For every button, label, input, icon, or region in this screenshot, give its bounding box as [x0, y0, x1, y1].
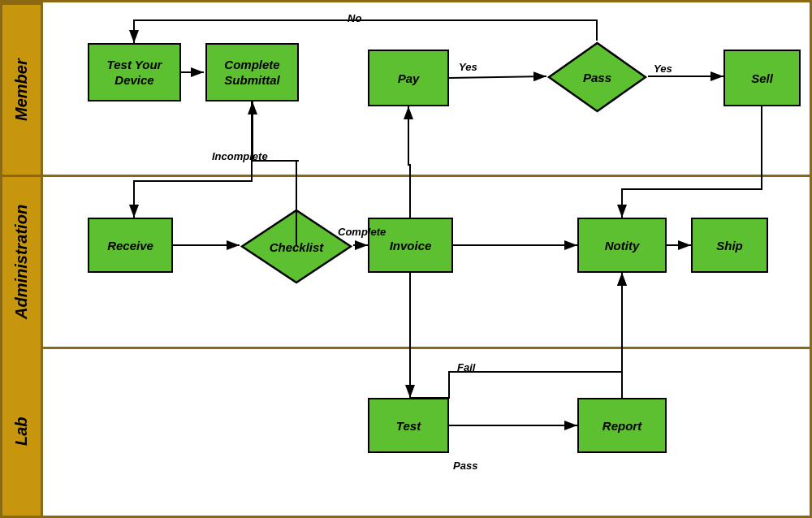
pay-box: Pay	[368, 50, 449, 106]
ship-box: Ship	[691, 218, 768, 273]
arrow-label-no: No	[348, 12, 361, 24]
arrow-label-complete: Complete	[338, 226, 386, 238]
arrow-label-incomplete: Incomplete	[212, 150, 268, 162]
lane-label-member: Member	[2, 2, 41, 175]
lane-label-lab: Lab	[2, 347, 41, 516]
lane-label-administration: Administration	[2, 175, 41, 347]
svg-marker-0	[549, 43, 646, 111]
swim-lanes-content: Test Your Device Complete Submittal Pay …	[43, 2, 810, 516]
svg-marker-1	[242, 210, 351, 283]
checklist-decision: Checklist	[240, 208, 353, 285]
test-box: Test	[368, 398, 449, 453]
complete-submittal-box: Complete Submittal	[205, 43, 299, 101]
lane-divider-1	[43, 175, 810, 177]
report-box: Report	[577, 398, 667, 453]
receive-box: Receive	[88, 218, 173, 273]
swim-lanes-labels: Member Administration Lab	[2, 2, 43, 516]
arrow-label-yes-pass: Yes	[654, 63, 672, 75]
diagram-container: Member Administration Lab Test Your Devi…	[0, 0, 812, 518]
sell-box: Sell	[723, 50, 801, 106]
notity-box: Notity	[577, 218, 667, 273]
arrow-label-yes-pay: Yes	[459, 61, 477, 73]
pass-decision: Pass	[546, 41, 648, 114]
test-your-device-box: Test Your Device	[88, 43, 181, 101]
arrow-label-pass-lab: Pass	[453, 460, 477, 472]
svg-line-6	[449, 76, 546, 78]
lane-divider-2	[43, 347, 810, 349]
arrow-label-fail: Fail	[457, 361, 475, 373]
